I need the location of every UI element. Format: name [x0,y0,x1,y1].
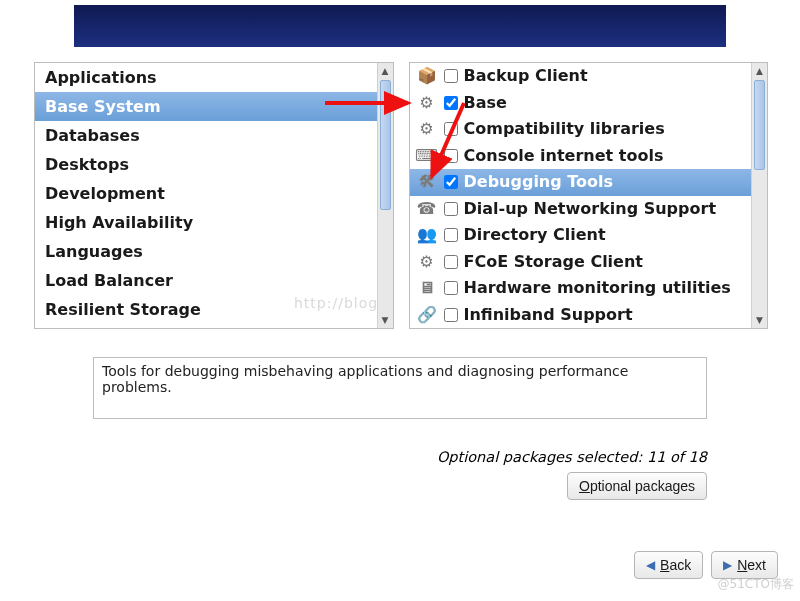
package-scrollbar[interactable]: ▲ ▼ [751,63,767,328]
arrow-right-icon: ▶ [723,558,732,572]
package-checkbox[interactable] [444,175,458,189]
package-label: Directory Client [464,224,606,247]
category-item[interactable]: Load Balancer [35,266,377,295]
box-icon: 📦 [416,65,438,87]
package-checkbox[interactable] [444,149,458,163]
package-checkbox[interactable] [444,122,458,136]
optional-packages-label: Optional packages [579,478,695,494]
package-checkbox[interactable] [444,255,458,269]
gear-icon: ⚙ [416,92,438,114]
category-item[interactable]: High Availability [35,208,377,237]
scrollbar-thumb[interactable] [754,80,765,170]
category-scrollbar[interactable]: ▲ ▼ [377,63,393,328]
watermark-text: http://blog [294,295,378,311]
package-checkbox[interactable] [444,69,458,83]
package-list: 📦Backup Client⚙Base⚙Compatibility librar… [410,63,752,328]
scroll-down-icon[interactable]: ▼ [378,312,393,328]
category-pane: ApplicationsBase SystemDatabasesDesktops… [34,62,394,329]
category-item[interactable]: Languages [35,237,377,266]
scroll-up-icon[interactable]: ▲ [752,63,767,79]
category-item[interactable]: Databases [35,121,377,150]
phone-icon: ☎ [416,198,438,220]
package-label: Base [464,92,507,115]
package-item[interactable]: 📦Backup Client [410,63,752,90]
back-label: Back [660,557,691,573]
scroll-up-icon[interactable]: ▲ [378,63,393,79]
scroll-down-icon[interactable]: ▼ [752,312,767,328]
package-checkbox[interactable] [444,281,458,295]
header-banner [74,5,726,47]
package-item[interactable]: ⌨Console internet tools [410,143,752,170]
package-label: Compatibility libraries [464,118,665,141]
next-button[interactable]: ▶ Next [711,551,778,579]
package-item[interactable]: ⚙Compatibility libraries [410,116,752,143]
category-item[interactable]: Applications [35,63,377,92]
package-label: Backup Client [464,65,588,88]
package-item[interactable]: 🖥Hardware monitoring utilities [410,275,752,302]
description-box: Tools for debugging misbehaving applicat… [93,357,707,419]
directory-icon: 👥 [416,224,438,246]
package-label: FCoE Storage Client [464,251,644,274]
package-item[interactable]: ⚙FCoE Storage Client [410,249,752,276]
package-label: Infiniband Support [464,304,633,327]
arrow-left-icon: ◀ [646,558,655,572]
tools-icon: 🛠 [416,171,438,193]
monitor-icon: 🖥 [416,277,438,299]
category-item[interactable]: Desktops [35,150,377,179]
optional-packages-count: Optional packages selected: 11 of 18 [437,449,707,465]
category-item[interactable]: Scalable Filesystem Support [35,324,377,328]
network-icon: 🔗 [416,304,438,326]
package-checkbox[interactable] [444,228,458,242]
back-button[interactable]: ◀ Back [634,551,703,579]
package-item[interactable]: ⚙Base [410,90,752,117]
package-item[interactable]: ☎Dial-up Networking Support [410,196,752,223]
optional-packages-button[interactable]: Optional packages [567,472,707,500]
category-item[interactable]: Development [35,179,377,208]
next-label: Next [737,557,766,573]
package-pane: 📦Backup Client⚙Base⚙Compatibility librar… [409,62,769,329]
package-item[interactable]: 🔗Infiniband Support [410,302,752,329]
package-checkbox[interactable] [444,308,458,322]
package-label: Console internet tools [464,145,664,168]
package-item[interactable]: 👥Directory Client [410,222,752,249]
terminal-icon: ⌨ [416,145,438,167]
scrollbar-thumb[interactable] [380,80,391,210]
package-checkbox[interactable] [444,202,458,216]
package-label: Dial-up Networking Support [464,198,717,221]
gear-icon: ⚙ [416,251,438,273]
package-checkbox[interactable] [444,96,458,110]
category-item[interactable]: Base System [35,92,377,121]
description-text: Tools for debugging misbehaving applicat… [102,363,628,395]
category-list: ApplicationsBase SystemDatabasesDesktops… [35,63,377,328]
package-item[interactable]: 🛠Debugging Tools [410,169,752,196]
gear-icon: ⚙ [416,118,438,140]
package-label: Hardware monitoring utilities [464,277,731,300]
watermark-secondary: @51CTO博客 [718,576,794,593]
package-label: Debugging Tools [464,171,614,194]
nav-buttons: ◀ Back ▶ Next [634,551,778,579]
selection-area: ApplicationsBase SystemDatabasesDesktops… [34,62,768,329]
